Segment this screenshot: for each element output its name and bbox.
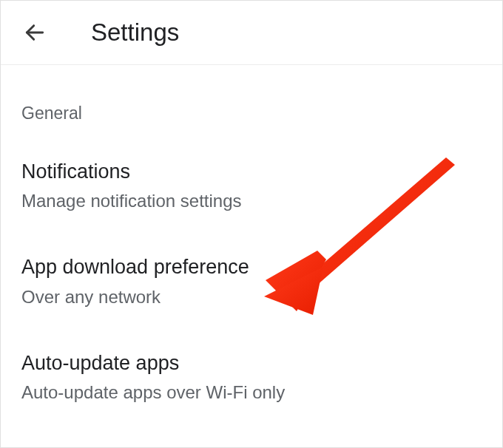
setting-auto-update-apps[interactable]: Auto-update apps Auto-update apps over W… xyxy=(21,350,482,404)
header-bar: Settings xyxy=(1,1,502,65)
back-arrow-icon[interactable] xyxy=(21,19,48,46)
setting-subtitle: Auto-update apps over Wi-Fi only xyxy=(21,381,482,404)
setting-title: App download preference xyxy=(21,254,482,280)
setting-title: Auto-update apps xyxy=(21,350,482,376)
setting-notifications[interactable]: Notifications Manage notification settin… xyxy=(21,159,482,213)
section-general-header: General xyxy=(21,103,482,123)
settings-content: General Notifications Manage notificatio… xyxy=(1,103,502,404)
setting-app-download-preference[interactable]: App download preference Over any network xyxy=(21,254,482,308)
setting-subtitle: Over any network xyxy=(21,285,482,309)
setting-title: Notifications xyxy=(21,159,482,185)
setting-subtitle: Manage notification settings xyxy=(21,189,482,213)
page-title: Settings xyxy=(91,18,179,47)
